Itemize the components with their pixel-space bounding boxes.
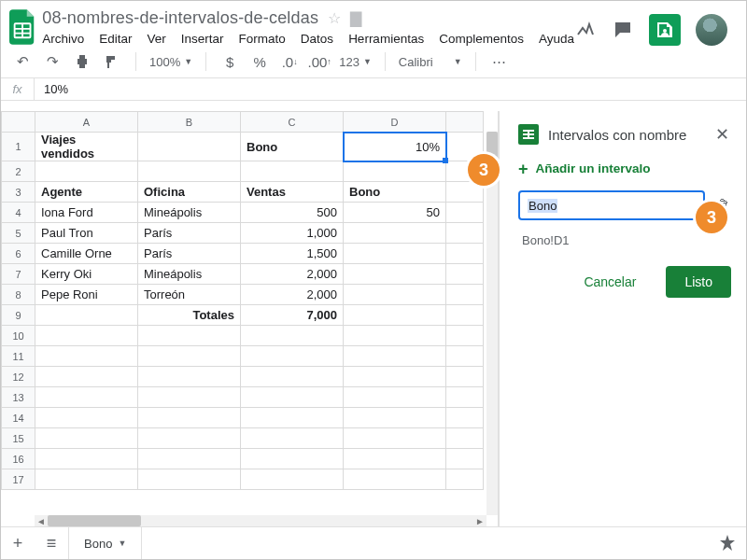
row-header-10[interactable]: 10 (2, 326, 35, 346)
print-button[interactable] (72, 51, 92, 72)
sheets-app-icon[interactable] (8, 8, 38, 46)
cell-B5[interactable]: París (138, 223, 241, 244)
menu-insertar[interactable]: Insertar (181, 32, 224, 46)
menu-ver[interactable]: Ver (148, 32, 166, 46)
cell-B8[interactable]: Torreón (138, 285, 241, 305)
star-icon[interactable]: ☆ (328, 9, 341, 27)
cell-D14[interactable] (344, 408, 446, 428)
cell-A14[interactable] (35, 408, 138, 428)
cancel-button[interactable]: Cancelar (565, 266, 655, 298)
vertical-scrollbar[interactable] (486, 132, 498, 515)
cell-C15[interactable] (241, 428, 344, 449)
cell-D1[interactable]: 10% (344, 133, 446, 161)
cell-B7[interactable]: Mineápolis (138, 264, 241, 285)
cell-C2[interactable] (241, 161, 344, 182)
select-all-cell[interactable] (2, 112, 35, 133)
cell-C14[interactable] (241, 408, 344, 428)
row-header-9[interactable]: 9 (2, 305, 35, 326)
undo-button[interactable]: ↶ (12, 51, 33, 72)
row-header-12[interactable]: 12 (2, 367, 35, 387)
cell-D12[interactable] (344, 367, 446, 387)
cell-A8[interactable]: Pepe Roni (35, 285, 138, 305)
font-family-select[interactable]: Calibri▼ (399, 55, 462, 69)
add-range-button[interactable]: +Añadir un intervalo (518, 154, 733, 190)
cell-C8[interactable]: 2,000 (241, 285, 344, 305)
cell-D11[interactable] (344, 346, 446, 367)
cell-A16[interactable] (35, 449, 138, 469)
row-header-1[interactable]: 1 (2, 133, 35, 161)
row-header-6[interactable]: 6 (2, 244, 35, 264)
doc-title[interactable]: 08-nombres-de-intervalos-de-celdas (42, 8, 318, 28)
cell-B11[interactable] (138, 346, 241, 367)
close-icon[interactable]: ✕ (712, 124, 733, 145)
cell-C11[interactable] (241, 346, 344, 367)
cell-B12[interactable] (138, 367, 241, 387)
cell-D10[interactable] (344, 326, 446, 346)
cell-C5[interactable]: 1,000 (241, 223, 344, 244)
explore-button[interactable] (709, 527, 746, 560)
row-header-2[interactable]: 2 (2, 161, 35, 182)
cell-B4[interactable]: Mineápolis (138, 203, 241, 223)
row-header-14[interactable]: 14 (2, 408, 35, 428)
cell-C17[interactable] (241, 469, 344, 490)
menu-editar[interactable]: Editar (99, 32, 132, 46)
horizontal-scrollbar[interactable]: ◄► (35, 515, 486, 526)
row-header-7[interactable]: 7 (2, 264, 35, 285)
cell-D13[interactable] (344, 387, 446, 408)
menu-datos[interactable]: Datos (301, 32, 333, 46)
currency-button[interactable]: $ (219, 51, 240, 72)
cell-A4[interactable]: Iona Ford (35, 203, 138, 223)
formula-value[interactable]: 10% (35, 82, 68, 96)
col-header-D[interactable]: D (344, 112, 446, 133)
cell-D17[interactable] (344, 469, 446, 490)
cell-D3[interactable]: Bono (344, 182, 446, 203)
cell-C4[interactable]: 500 (241, 203, 344, 223)
cell-D16[interactable] (344, 449, 446, 469)
cell-B1[interactable] (138, 133, 241, 161)
cell-A15[interactable] (35, 428, 138, 449)
range-name-input[interactable]: Bono (518, 190, 705, 220)
zoom-select[interactable]: 100%▼ (149, 55, 192, 69)
row-header-3[interactable]: 3 (2, 182, 35, 203)
cell-A2[interactable] (35, 161, 138, 182)
row-header-15[interactable]: 15 (2, 428, 35, 449)
menu-archivo[interactable]: Archivo (42, 32, 84, 46)
cell-D4[interactable]: 50 (344, 203, 446, 223)
menu-formato[interactable]: Formato (239, 32, 286, 46)
cell-A3[interactable]: Agente (35, 182, 138, 203)
increase-decimal-button[interactable]: .00↑ (309, 51, 330, 72)
row-header-17[interactable]: 17 (2, 469, 35, 490)
spreadsheet-grid[interactable]: ABCD1Viajes vendidosBono10%23AgenteOfici… (1, 111, 499, 526)
cell-A10[interactable] (35, 326, 138, 346)
cell-C3[interactable]: Ventas (241, 182, 344, 203)
cell-D5[interactable] (344, 223, 446, 244)
cell-D6[interactable] (344, 244, 446, 264)
cell-A6[interactable]: Camille Orne (35, 244, 138, 264)
paint-format-button[interactable] (102, 51, 122, 72)
row-header-8[interactable]: 8 (2, 285, 35, 305)
cell-B9[interactable]: Totales (138, 305, 241, 326)
cell-A11[interactable] (35, 346, 138, 367)
cell-A7[interactable]: Kerry Oki (35, 264, 138, 285)
cell-B6[interactable]: París (138, 244, 241, 264)
cell-B3[interactable]: Oficina (138, 182, 241, 203)
cell-A1[interactable]: Viajes vendidos (35, 133, 138, 161)
cell-C12[interactable] (241, 367, 344, 387)
share-button[interactable] (649, 14, 681, 46)
cell-C1[interactable]: Bono (241, 133, 344, 161)
cell-B13[interactable] (138, 387, 241, 408)
cell-D15[interactable] (344, 428, 446, 449)
cell-D7[interactable] (344, 264, 446, 285)
row-header-11[interactable]: 11 (2, 346, 35, 367)
cell-C13[interactable] (241, 387, 344, 408)
cell-D2[interactable] (344, 161, 446, 182)
cell-C10[interactable] (241, 326, 344, 346)
menu-complementos[interactable]: Complementos (439, 32, 524, 46)
cell-B2[interactable] (138, 161, 241, 182)
row-header-13[interactable]: 13 (2, 387, 35, 408)
activity-icon[interactable] (574, 19, 597, 41)
col-header-C[interactable]: C (241, 112, 344, 133)
menu-herramientas[interactable]: Herramientas (348, 32, 424, 46)
cell-A9[interactable] (35, 305, 138, 326)
cell-B10[interactable] (138, 326, 241, 346)
